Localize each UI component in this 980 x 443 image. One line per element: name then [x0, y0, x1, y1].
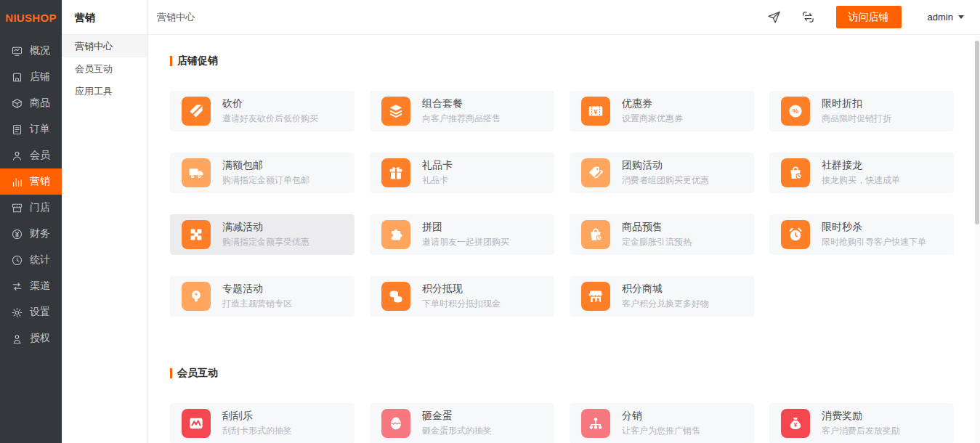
tool-card-points-cash[interactable]: 积分抵现下单时积分抵扣现金	[370, 276, 554, 317]
user-menu[interactable]: admin	[928, 12, 964, 23]
combo-icon	[381, 97, 410, 126]
card-desc: 客户积分兑换更多好物	[622, 298, 709, 310]
card-text: 拼团邀请朋友一起拼团购买	[422, 221, 509, 248]
card-text: 团购活动消费者组团购买更优惠	[622, 159, 709, 187]
reduction-icon	[182, 220, 211, 249]
tool-card-giftcard[interactable]: 礼品卡礼品卡	[370, 153, 554, 193]
card-text: 刮刮乐刮刮卡形式的抽奖	[222, 410, 292, 437]
card-title: 分销	[622, 410, 700, 423]
card-title: 积分商城	[622, 283, 709, 296]
user-name: admin	[928, 12, 953, 23]
card-desc: 设置商家优惠券	[622, 113, 683, 125]
tool-card-flashsale[interactable]: 限时秒杀限时抢购引导客户快速下单	[769, 214, 954, 255]
shipping-icon	[182, 158, 211, 187]
svg-text:¥: ¥	[594, 107, 598, 115]
distribution-icon	[581, 409, 610, 438]
card-desc: 客户消费后发放奖励	[822, 425, 900, 437]
card-text: 砸金蛋砸金蛋形式的抽奖	[422, 410, 492, 437]
sidebar-item-label: 统计	[30, 253, 50, 267]
reward-icon: ¥	[781, 409, 810, 438]
visit-shop-button[interactable]: 访问店铺	[836, 6, 902, 28]
sidebar-item-stats[interactable]: 统计	[0, 247, 62, 273]
shop-icon	[11, 202, 23, 214]
tool-card-scratch[interactable]: 刮刮乐刮刮卡形式的抽奖	[170, 403, 355, 443]
card-title: 社群接龙	[822, 159, 900, 172]
sidebar-item-label: 财务	[30, 227, 50, 240]
send-icon[interactable]	[766, 9, 782, 25]
submenu-title: 营销	[62, 0, 147, 35]
card-desc: 下单时积分抵扣现金	[422, 298, 501, 310]
sidebar-item-orders[interactable]: 订单	[0, 116, 62, 142]
card-title: 积分抵现	[422, 283, 501, 296]
submenu-item-marketing-center[interactable]: 营销中心	[62, 35, 147, 57]
submenu-item-app-tools[interactable]: 应用工具	[62, 80, 147, 102]
sidebar-item-shops[interactable]: 门店	[0, 195, 62, 221]
card-title: 消费奖励	[822, 410, 900, 423]
card-text: 积分抵现下单时积分抵扣现金	[422, 283, 501, 310]
presale-icon	[581, 220, 610, 249]
tool-card-reduction[interactable]: 满减活动购满指定金额享受优惠	[170, 214, 355, 255]
card-title: 砍价	[222, 97, 318, 110]
card-title: 拼团	[422, 221, 509, 234]
scrollbar-thumb[interactable]	[975, 41, 979, 224]
card-title: 限时折扣	[822, 97, 891, 110]
svg-text:%: %	[793, 107, 799, 115]
chain-icon	[781, 158, 810, 187]
tool-card-groupbuy[interactable]: 团购活动消费者组团购买更优惠	[570, 153, 754, 193]
sidebar-item-marketing[interactable]: 营销	[0, 168, 62, 195]
puzzle-icon	[381, 220, 410, 249]
card-text: 满减活动购满指定金额享受优惠	[222, 221, 309, 248]
card-title: 团购活动	[622, 159, 709, 172]
tool-card-chain[interactable]: 社群接龙接龙购买，快速成单	[769, 153, 954, 193]
card-grid: 砍价邀请好友砍价后低价购买组合套餐向客户推荐商品搭售¥优惠券设置商家优惠券%限时…	[170, 91, 955, 317]
topbar: 营销中心 访问店铺 admin	[147, 0, 980, 35]
primary-sidebar: NIUSHOP 概况店铺商品订单会员营销门店财务统计渠道设置授权	[0, 0, 62, 443]
sidebar-item-members[interactable]: 会员	[0, 142, 62, 168]
sidebar-item-channel[interactable]: 渠道	[0, 273, 62, 299]
card-title: 礼品卡	[422, 159, 453, 172]
card-desc: 邀请朋友一起拼团购买	[422, 236, 509, 248]
card-desc: 邀请好友砍价后低价购买	[222, 113, 318, 125]
card-text: 积分商城客户积分兑换更多好物	[622, 283, 709, 310]
app-window: NIUSHOP 概况店铺商品订单会员营销门店财务统计渠道设置授权 营销 营销中心…	[0, 0, 980, 443]
tool-card-distribution[interactable]: 分销让客户为您推广销售	[570, 403, 754, 443]
card-text: 限时折扣商品限时促销打折	[822, 97, 891, 125]
tool-card-topic[interactable]: 专题活动打造主题营销专区	[170, 276, 355, 317]
sidebar-item-label: 概况	[30, 44, 50, 57]
breadcrumb: 营销中心	[157, 11, 195, 24]
sidebar-item-label: 店铺	[30, 70, 50, 84]
switch-icon[interactable]	[801, 9, 816, 25]
sidebar-item-label: 设置	[30, 306, 50, 319]
submenu-list: 营销中心会员互动应用工具	[62, 35, 147, 102]
sidebar-item-label: 渠道	[30, 280, 50, 293]
card-desc: 向客户推荐商品搭售	[422, 113, 501, 125]
section-title: 店铺促销	[170, 54, 955, 68]
tool-card-combo[interactable]: 组合套餐向客户推荐商品搭售	[370, 91, 554, 131]
tool-card-golden-egg[interactable]: 砸金蛋砸金蛋形式的抽奖	[370, 403, 554, 443]
card-text: 分销让客户为您推广销售	[622, 410, 700, 437]
section-shop-promotion: 店铺促销砍价邀请好友砍价后低价购买组合套餐向客户推荐商品搭售¥优惠券设置商家优惠…	[170, 54, 955, 317]
overview-icon	[11, 45, 23, 57]
sidebar-item-overview[interactable]: 概况	[0, 38, 62, 64]
sidebar-item-auth[interactable]: 授权	[0, 325, 62, 351]
tool-card-points-mall[interactable]: 积分商城客户积分兑换更多好物	[570, 276, 754, 317]
sidebar-item-settings[interactable]: 设置	[0, 299, 62, 325]
sidebar-item-store[interactable]: 店铺	[0, 64, 62, 90]
tool-card-shipping[interactable]: 满额包邮购满指定金额订单包邮	[170, 153, 355, 193]
bargain-icon	[182, 97, 211, 126]
scratch-icon	[182, 409, 211, 438]
tool-card-puzzle[interactable]: 拼团邀请朋友一起拼团购买	[370, 214, 554, 255]
svg-text:¥: ¥	[794, 421, 798, 428]
tool-card-bargain[interactable]: 砍价邀请好友砍价后低价购买	[170, 91, 355, 131]
sidebar-item-finance[interactable]: 财务	[0, 221, 62, 247]
sidebar-item-goods[interactable]: 商品	[0, 90, 62, 116]
tool-card-reward[interactable]: ¥消费奖励客户消费后发放奖励	[769, 403, 954, 443]
tool-card-discount[interactable]: %限时折扣商品限时促销打折	[769, 91, 954, 131]
scrollbar-track[interactable]	[974, 36, 980, 443]
tool-card-presale[interactable]: 商品预售定金膨胀引流预热	[570, 214, 754, 255]
card-desc: 打造主题营销专区	[222, 298, 292, 310]
submenu-item-member-interact[interactable]: 会员互动	[62, 57, 147, 80]
sidebar-item-label: 营销	[30, 175, 50, 188]
section-title: 会员互动	[170, 367, 955, 380]
tool-card-coupon[interactable]: ¥优惠券设置商家优惠券	[570, 91, 754, 131]
